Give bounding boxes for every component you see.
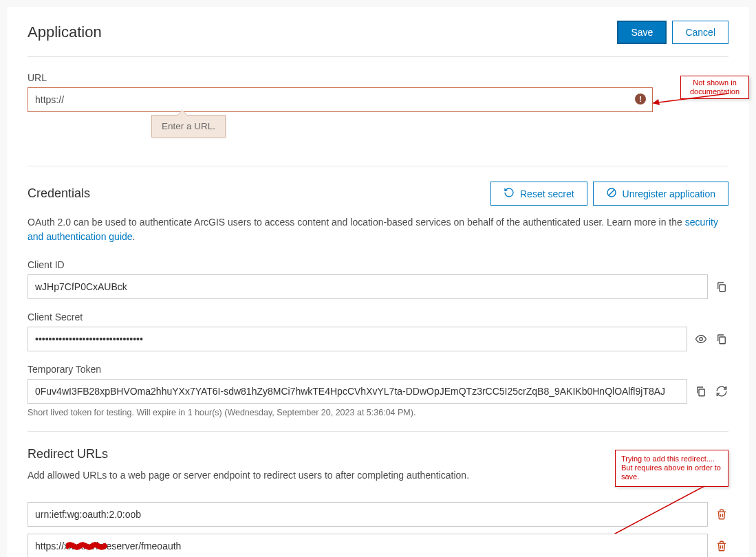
refresh-token-icon[interactable] [715, 384, 728, 398]
temp-token-input[interactable] [28, 379, 687, 404]
delete-redirect-1[interactable] [715, 539, 728, 553]
page-header: Application Save Cancel [28, 21, 728, 57]
credentials-desc: OAuth 2.0 can be used to authenticate Ar… [28, 215, 728, 244]
error-icon: ! [635, 94, 646, 105]
reset-icon [504, 187, 515, 200]
delete-redirect-0[interactable] [715, 507, 728, 521]
svg-point-5 [700, 338, 703, 341]
temp-token-helper: Short lived token for testing. Will expi… [28, 408, 728, 417]
temp-token-label: Temporary Token [28, 364, 728, 375]
credentials-header: Credentials Reset secret Unregister appl… [28, 182, 728, 206]
svg-rect-7 [699, 389, 704, 396]
client-secret-group: Client Secret [28, 312, 728, 351]
redirect-input-0[interactable] [28, 502, 708, 527]
cancel-button[interactable]: Cancel [672, 21, 728, 44]
svg-rect-6 [720, 337, 725, 344]
url-input[interactable] [28, 87, 653, 112]
divider [28, 166, 728, 166]
unregister-label: Unregister application [623, 188, 715, 199]
url-error-tooltip: Enter a URL. [151, 115, 226, 138]
unregister-button[interactable]: Unregister application [593, 182, 728, 206]
reset-secret-label: Reset secret [520, 188, 574, 199]
redirects-title: Redirect URLs [28, 447, 469, 461]
client-secret-label: Client Secret [28, 312, 728, 323]
annotation-box-redirect: Trying to add this redirect.... But requ… [615, 450, 728, 487]
redirects-desc: Add allowed URLs to a web page or server… [28, 468, 469, 483]
show-secret-icon[interactable] [694, 332, 708, 346]
svg-rect-4 [720, 285, 725, 292]
copy-client-id-icon[interactable] [715, 280, 728, 294]
redirect-row-0 [28, 502, 728, 527]
divider2 [28, 431, 728, 432]
client-id-input[interactable] [28, 274, 708, 299]
client-secret-input[interactable] [28, 327, 687, 351]
client-id-group: Client ID [28, 259, 728, 299]
temp-token-group: Temporary Token Short lived token for te… [28, 364, 728, 417]
reset-secret-button[interactable]: Reset secret [490, 182, 587, 206]
redirect-row-1 [28, 534, 728, 557]
client-id-label: Client ID [28, 259, 728, 270]
copy-secret-icon[interactable] [715, 332, 728, 346]
credentials-title: Credentials [28, 186, 90, 201]
copy-token-icon[interactable] [694, 384, 708, 398]
ban-icon [606, 187, 617, 200]
url-label: URL [28, 72, 728, 83]
redaction-mark [66, 540, 107, 551]
url-field-group: URL ! Enter a URL. [28, 72, 728, 112]
save-button[interactable]: Save [617, 21, 667, 44]
page-title: Application [28, 23, 102, 41]
redirect-input-1[interactable] [28, 534, 708, 557]
svg-line-3 [609, 190, 614, 195]
